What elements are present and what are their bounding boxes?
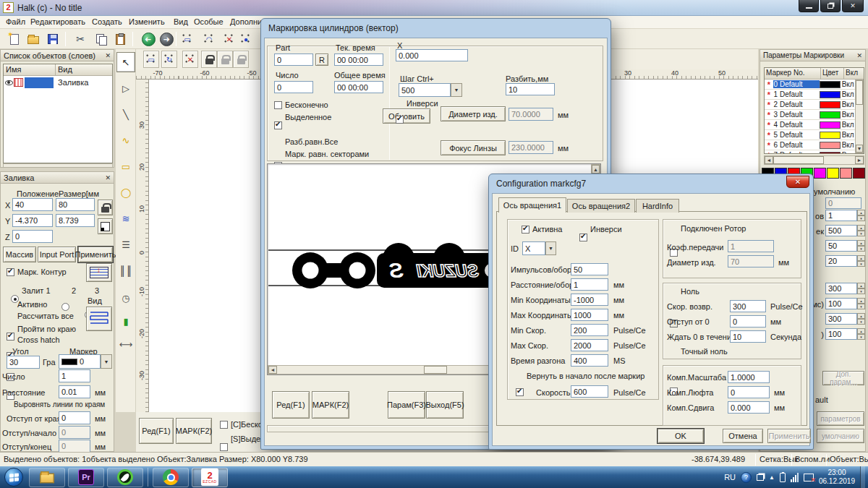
restore-button[interactable]: [820, 0, 841, 12]
axis-param-field[interactable]: 200: [571, 324, 608, 336]
mark-button[interactable]: МАРК(F2): [176, 418, 212, 444]
selected-checkbox[interactable]: [274, 121, 282, 129]
taskbar-explorer[interactable]: [29, 468, 65, 487]
tab-hardinfo[interactable]: HardInfo: [636, 199, 679, 213]
param-field[interactable]: 20: [825, 255, 857, 267]
speed-field[interactable]: 600: [571, 385, 608, 398]
panel-close-icon[interactable]: ✕: [105, 52, 111, 59]
x-position-field[interactable]: 40: [12, 198, 53, 211]
tray-expand-icon[interactable]: ▲: [769, 474, 775, 481]
color-swatch[interactable]: [840, 168, 852, 179]
id-combo-arrow[interactable]: ▼: [545, 241, 556, 255]
align-button[interactable]: ●: [237, 31, 255, 47]
delete-vertex-button[interactable]: ✕: [182, 51, 198, 68]
grid-status[interactable]: Сетка:Вык: [760, 455, 798, 463]
marker-row[interactable]: *4 DefaultВкл: [765, 120, 856, 130]
rotate-nodes-button[interactable]: ↻: [161, 51, 177, 68]
column-on[interactable]: Вкл: [844, 68, 864, 79]
marker-row[interactable]: *5 DefaultВкл: [765, 130, 856, 140]
marker-row[interactable]: *3 DefaultВкл: [765, 110, 856, 120]
vscroll-thumb[interactable]: [856, 80, 863, 105]
menu-1[interactable]: Файл: [6, 17, 25, 26]
param-spinner[interactable]: ▴▾: [857, 313, 865, 325]
apply-button[interactable]: Применить: [78, 247, 113, 262]
spin-up-icon[interactable]: ▴: [857, 240, 865, 246]
array-button[interactable]: Массив: [3, 247, 36, 262]
param-field[interactable]: 500: [825, 225, 857, 236]
visibility-eye-icon[interactable]: [4, 80, 14, 85]
taskbar-premiere[interactable]: Pr: [68, 468, 104, 487]
spin-up-icon[interactable]: ▴: [857, 328, 865, 334]
signal-icon[interactable]: [791, 473, 799, 482]
axis-param-field[interactable]: -1000: [571, 294, 608, 306]
input-port-button[interactable]: Input Port: [38, 247, 76, 262]
config-close-button[interactable]: ✕: [786, 176, 809, 188]
menu-4[interactable]: Изменить: [129, 17, 165, 26]
distance-field[interactable]: 0.01: [59, 385, 90, 398]
split-field[interactable]: 10: [506, 83, 555, 95]
network-icon[interactable]: ✕: [804, 474, 814, 481]
red-f1-button[interactable]: Ред(F1): [272, 391, 310, 419]
open-file-button[interactable]: [25, 31, 42, 47]
line-tool[interactable]: ╲: [116, 104, 135, 124]
param-f3-button[interactable]: Парам(F3): [388, 391, 425, 419]
menu-7[interactable]: Дополни: [230, 17, 262, 26]
object-row[interactable]: Заливка: [4, 76, 112, 89]
spin-down-icon[interactable]: ▾: [857, 334, 865, 340]
ungroup-button[interactable]: ◠: [200, 31, 218, 47]
spin-down-icon[interactable]: ▾: [857, 231, 865, 236]
menu-2[interactable]: Редактировать: [30, 17, 85, 26]
rectangle-tool[interactable]: ▭: [116, 156, 135, 176]
mark-selected-checkbox[interactable]: [220, 443, 228, 451]
axis-param-field[interactable]: 2000: [571, 339, 608, 351]
spin-down-icon[interactable]: ▾: [857, 261, 865, 267]
unlock-button[interactable]: [217, 51, 233, 68]
paste-button[interactable]: [111, 31, 129, 47]
taskbar-coreldraw[interactable]: [107, 468, 143, 487]
unlock-all-button[interactable]: [233, 51, 249, 68]
ok-button[interactable]: OK: [658, 429, 704, 443]
infinite-checkbox[interactable]: [274, 101, 282, 109]
param-spinner[interactable]: ▴▾: [857, 210, 865, 221]
exit-f5-button[interactable]: Выход(F5): [426, 391, 464, 419]
part-reset-button[interactable]: R: [315, 53, 328, 66]
menu-5[interactable]: Вид: [174, 17, 188, 26]
param-spinner[interactable]: ▴▾: [857, 328, 865, 340]
marker-combo-arrow[interactable]: ▼: [101, 354, 112, 369]
column-name[interactable]: Имя: [4, 64, 56, 75]
marker-row[interactable]: *1 DefaultВкл: [765, 90, 856, 100]
menu-3[interactable]: Создать: [92, 17, 122, 26]
spin-up-icon[interactable]: ▴: [857, 298, 865, 304]
delay-tool[interactable]: ◷: [116, 288, 135, 308]
advanced-params-button[interactable]: Доп. парам...: [822, 371, 864, 385]
y-size-field[interactable]: 8.739: [56, 214, 95, 227]
continuous-checkbox[interactable]: [220, 421, 228, 429]
marker-row[interactable]: *7 DefaultВкл: [765, 150, 856, 154]
param-spinner[interactable]: ▴▾: [857, 225, 865, 236]
anchor-grid-button[interactable]: [98, 218, 113, 234]
tab-rotation-axis2[interactable]: Ось вращения2: [567, 199, 635, 213]
part-field[interactable]: 0: [274, 53, 313, 66]
diameter-button[interactable]: Диаметр изд.: [441, 106, 506, 121]
barcode-tool[interactable]: ║║: [116, 260, 135, 281]
start-button[interactable]: [4, 468, 23, 487]
group-button[interactable]: ▭: [179, 31, 196, 47]
x-size-field[interactable]: 80: [56, 198, 95, 211]
param-field[interactable]: 300: [825, 283, 857, 294]
spin-down-icon[interactable]: ▾: [857, 246, 865, 252]
guide-status[interactable]: Вспом.ли: [795, 455, 830, 463]
object-list-scrollbar[interactable]: [3, 163, 113, 168]
scale-nodes-button[interactable]: ▭: [143, 51, 159, 68]
step-combo[interactable]: 500: [399, 83, 451, 97]
marker-table-vscroll[interactable]: ▼: [855, 80, 864, 153]
mark-contour-checkbox[interactable]: [7, 268, 14, 276]
tab-rotation-axis1[interactable]: Ось вращения1: [498, 197, 566, 213]
polyline-tool[interactable]: ☰: [116, 234, 135, 254]
window-tray-icon[interactable]: [757, 474, 764, 481]
node-edit-tool[interactable]: ▷: [116, 78, 135, 98]
column-color[interactable]: Цвет: [821, 68, 844, 79]
scroll-left-icon[interactable]: ◄: [765, 156, 773, 164]
update-button[interactable]: Обновить: [383, 108, 430, 124]
comp-param-field[interactable]: 0.000: [728, 401, 770, 414]
return-start-checkbox[interactable]: [516, 388, 524, 396]
